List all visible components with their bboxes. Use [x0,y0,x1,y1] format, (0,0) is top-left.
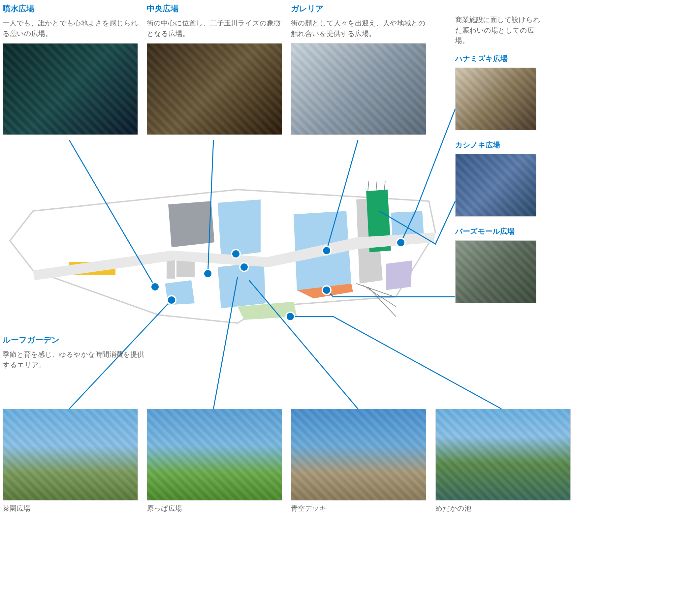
saien-card: 菜園広場 [3,409,141,513]
aozora-card: 青空デッキ [291,409,429,513]
hanamizuki-title: ハナミズキ広場 [455,54,541,64]
roof-garden-title: ルーフガーデン [3,335,144,345]
site-map [7,181,442,346]
birdsmall-title: バーズモール広場 [455,227,541,236]
harappa-image [147,409,282,500]
kashinoki-title: カシノキ広場 [455,140,541,150]
fountain-title: 噴水広場 [3,3,141,14]
galleria-desc: 街の顔として人々を出迎え、人や地域との触れ合いを提供する広場。 [291,18,429,39]
central-desc: 街の中心に位置し、二子玉川ライズの象徴となる広場。 [147,18,285,39]
svg-line-3 [368,181,369,191]
central-image [147,43,282,135]
galleria-title: ガレリア [291,3,429,14]
svg-line-4 [376,181,378,191]
central-card: 中央広場 街の中心に位置し、二子玉川ライズの象徴となる広場。 [147,3,285,135]
kashinoki-image [455,154,536,217]
map-svg [7,181,442,346]
roof-garden-card: ルーフガーデン 季節と育を感じ、ゆるやかな時間消費を提供するエリア。 [3,335,144,375]
medaka-label: めだかの池 [435,504,574,513]
harappa-label: 原っぱ広場 [147,504,285,513]
hanamizuki-image [455,68,536,130]
fountain-card: 噴水広場 一人でも、誰かとでも心地よさを感じられる憩いの広場。 [3,3,141,135]
medaka-image [435,409,571,500]
central-title: 中央広場 [147,3,285,14]
svg-line-5 [384,181,386,190]
right-desc: 商業施設に面して設けられた賑わいの場としての広場。 [455,15,541,46]
right-column: 商業施設に面して設けられた賑わいの場としての広場。 ハナミズキ広場 カシノキ広場… [455,15,541,303]
fountain-image [3,43,138,135]
aozora-label: 青空デッキ [291,504,429,513]
medaka-card: めだかの池 [435,409,574,513]
roof-garden-desc: 季節と育を感じ、ゆるやかな時間消費を提供するエリア。 [3,349,144,370]
saien-label: 菜園広場 [3,504,141,513]
saien-image [3,409,138,500]
aozora-image [291,409,426,500]
birdsmall-image [455,240,536,303]
fountain-desc: 一人でも、誰かとでも心地よさを感じられる憩いの広場。 [3,18,141,39]
galleria-card: ガレリア 街の顔として人々を出迎え、人や地域との触れ合いを提供する広場。 [291,3,429,135]
galleria-image [291,43,426,135]
harappa-card: 原っぱ広場 [147,409,285,513]
